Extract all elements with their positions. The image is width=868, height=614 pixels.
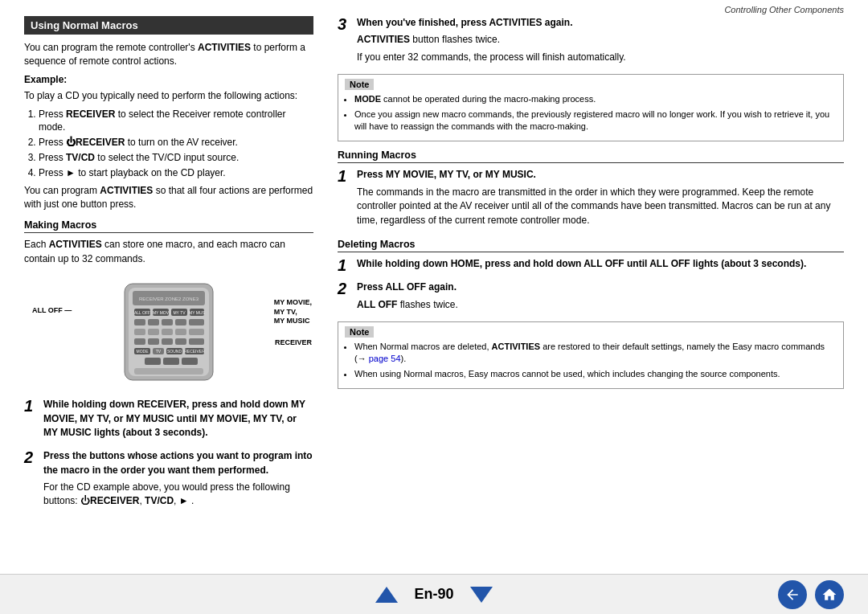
example-text: To play a CD you typically need to perfo… bbox=[24, 89, 313, 103]
nav-arrow-up[interactable] bbox=[375, 587, 398, 603]
svg-text:MY TV: MY TV bbox=[173, 310, 186, 315]
summary-text: You can program ACTIVITIES so that all f… bbox=[24, 184, 313, 212]
footer-nav: En-90 bbox=[375, 586, 492, 603]
svg-rect-16 bbox=[189, 319, 204, 325]
svg-text:MY MOV: MY MOV bbox=[153, 310, 170, 315]
svg-text:RECEIVER: RECEIVER bbox=[184, 349, 205, 354]
svg-rect-26 bbox=[189, 338, 204, 345]
svg-rect-18 bbox=[148, 329, 159, 335]
svg-text:RECEIVER ZONE2 ZONE3: RECEIVER ZONE2 ZONE3 bbox=[139, 297, 199, 301]
remote-diagram: ALL OFF — RECEIVER ZONE2 ZONE3 ALL OFF M… bbox=[24, 276, 313, 388]
list-item: Press TV/CD to select the TV/CD input so… bbox=[39, 151, 313, 165]
note-label-2: Note bbox=[345, 326, 374, 338]
remote-image: RECEIVER ZONE2 ZONE3 ALL OFF MY MOV MY T… bbox=[100, 280, 237, 384]
svg-rect-38 bbox=[134, 368, 203, 375]
list-item: MODE cannot be operated during the macro… bbox=[354, 93, 837, 105]
svg-rect-23 bbox=[148, 338, 159, 345]
svg-rect-20 bbox=[175, 329, 186, 335]
list-item: When using Normal macros, Easy macros ca… bbox=[354, 368, 837, 380]
page-header: Controlling Other Components bbox=[0, 0, 868, 16]
del-step-2: 2 Press ALL OFF again. ALL OFF flashes t… bbox=[338, 280, 844, 315]
section-title: Using Normal Macros bbox=[24, 16, 313, 35]
svg-rect-36 bbox=[163, 358, 179, 365]
footer-icons bbox=[778, 580, 844, 609]
list-item: Once you assign new macro commands, the … bbox=[354, 108, 837, 133]
svg-rect-35 bbox=[145, 358, 161, 365]
note-label-1: Note bbox=[345, 79, 374, 90]
note-box-2: Note When Normal macros are deleted, ACT… bbox=[338, 321, 844, 389]
svg-rect-15 bbox=[175, 319, 186, 325]
example-label: Example: bbox=[24, 73, 313, 87]
svg-rect-17 bbox=[134, 329, 145, 335]
page-number: En-90 bbox=[414, 586, 453, 603]
list-item: When Normal macros are deleted, ACTIVITI… bbox=[354, 341, 837, 366]
svg-text:SOUND: SOUND bbox=[167, 349, 182, 354]
svg-rect-12 bbox=[134, 319, 145, 325]
diagram-label-all-off: ALL OFF — bbox=[32, 306, 72, 314]
step-2: 2 Press the buttons whose actions you wa… bbox=[24, 449, 313, 512]
svg-rect-25 bbox=[175, 338, 186, 345]
note-list-1: MODE cannot be operated during the macro… bbox=[345, 93, 837, 133]
note-list-2: When Normal macros are deleted, ACTIVITI… bbox=[345, 341, 837, 380]
header-title: Controlling Other Components bbox=[724, 5, 844, 14]
svg-text:MY MUS: MY MUS bbox=[189, 310, 206, 315]
svg-text:ALL OFF: ALL OFF bbox=[134, 310, 150, 315]
svg-rect-13 bbox=[148, 319, 159, 325]
svg-rect-22 bbox=[134, 338, 145, 345]
deleting-macros-title: Deleting Macros bbox=[338, 239, 844, 252]
svg-rect-19 bbox=[162, 329, 173, 335]
home-button[interactable] bbox=[815, 580, 844, 609]
nav-arrow-down[interactable] bbox=[470, 587, 493, 603]
list-item: Press RECEIVER to select the Receiver re… bbox=[39, 108, 313, 135]
making-macros-title: Making Macros bbox=[24, 219, 313, 233]
svg-text:MODE: MODE bbox=[137, 349, 149, 354]
right-column: 3 When you've finished, press ACTIVITIES… bbox=[330, 16, 844, 518]
svg-text:TV: TV bbox=[156, 349, 162, 354]
back-icon bbox=[784, 587, 800, 603]
back-button[interactable] bbox=[778, 580, 807, 609]
svg-rect-37 bbox=[182, 358, 198, 365]
diagram-label-receiver: RECEIVER bbox=[275, 338, 312, 348]
list-item: Press ⏻RECEIVER to turn on the AV receiv… bbox=[39, 136, 313, 149]
intro-text: You can program the remote controller's … bbox=[24, 41, 313, 69]
step-3: 3 When you've finished, press ACTIVITIES… bbox=[338, 16, 844, 68]
diagram-label-mymovie: MY MOVIE,MY TV,MY MUSIC bbox=[274, 298, 312, 326]
run-step-1: 1 Press MY MOVIE, MY TV, or MY MUSIC. Th… bbox=[338, 168, 844, 231]
running-macros-title: Running Macros bbox=[338, 149, 844, 163]
svg-rect-14 bbox=[162, 319, 173, 325]
del-step-1: 1 While holding down HOME, press and hol… bbox=[338, 257, 844, 274]
home-icon bbox=[821, 587, 837, 603]
svg-rect-24 bbox=[162, 338, 173, 345]
footer: En-90 bbox=[0, 574, 868, 614]
svg-rect-21 bbox=[189, 329, 204, 335]
making-text: Each ACTIVITIES can store one macro, and… bbox=[24, 238, 313, 266]
note-box-1: Note MODE cannot be operated during the … bbox=[338, 74, 844, 141]
example-steps: Press RECEIVER to select the Receiver re… bbox=[24, 108, 313, 180]
list-item: Press ► to start playback on the CD play… bbox=[39, 166, 313, 180]
left-column: Using Normal Macros You can program the … bbox=[24, 16, 330, 518]
step-1: 1 While holding down RECEIVER, press and… bbox=[24, 398, 313, 443]
